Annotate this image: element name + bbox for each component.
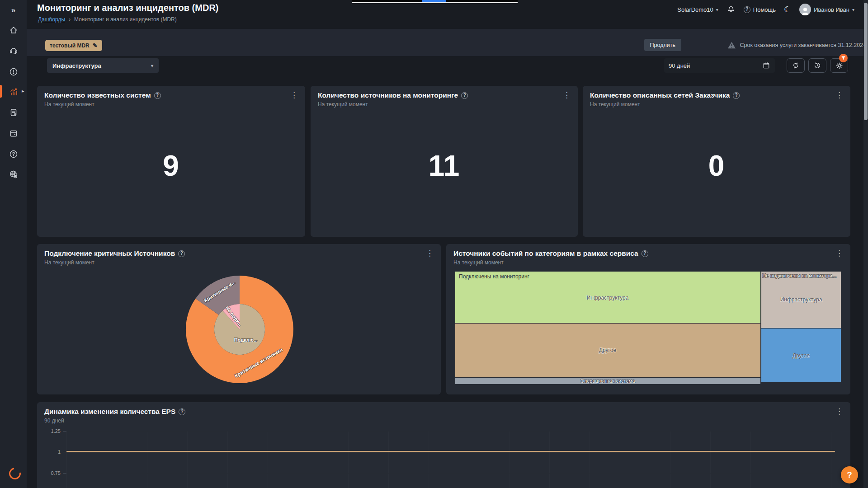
eps-gridline-075	[66, 473, 835, 474]
avatar	[799, 4, 811, 15]
eps-gridline-125	[66, 431, 835, 432]
treemap-label: Другое	[599, 347, 616, 353]
history-clock-icon	[813, 61, 821, 70]
org-switcher[interactable]: SolarDemo10 ▾	[677, 6, 718, 13]
card-title: Подключение критичных Источников	[44, 249, 175, 258]
gear-icon	[835, 61, 844, 70]
card-subtitle: На текущий момент	[453, 259, 504, 266]
sidebar: » ▸	[0, 0, 27, 488]
question-circle-icon[interactable]: ?	[179, 408, 185, 415]
card-title: Источники событий по категориям в рамках…	[453, 249, 638, 258]
infrastructure-select[interactable]: Инфраструктура ▾	[47, 58, 159, 73]
service-band: тестовый MDR ✎ Продлить Срок оказания ус…	[27, 29, 868, 56]
person-icon	[800, 6, 810, 15]
sidebar-item-services[interactable]	[0, 167, 27, 182]
card-title: Динамика изменения количества EPS	[44, 408, 175, 416]
sidebar-item-support[interactable]	[0, 43, 27, 58]
globe-gear-icon	[9, 169, 19, 179]
treemap-group-header-connected: Подключены на мониторинг	[459, 273, 530, 280]
treemap-label: Инфраструктура	[780, 296, 822, 303]
help-fab-button[interactable]: ?	[841, 466, 858, 483]
home-icon	[9, 25, 19, 35]
refresh-button[interactable]	[787, 58, 805, 73]
eps-dynamics-card: Динамика изменения количества EPS ? 90 д…	[37, 402, 850, 488]
alert-circle-icon	[9, 67, 19, 77]
double-chevron-icon: »	[11, 6, 15, 15]
refresh-icon	[792, 61, 800, 70]
page-scrollbar-track	[863, 0, 868, 488]
card-menu-button[interactable]: ⋮	[833, 248, 846, 259]
eps-series-line	[66, 451, 835, 452]
card-subtitle: На текущий момент	[44, 101, 94, 108]
help-menu[interactable]: ? Помощь	[744, 6, 776, 13]
stat-value: 11	[311, 149, 578, 183]
eps-tick-mark	[63, 473, 66, 474]
critical-sources-card: Подключение критичных Источников ? На те…	[37, 244, 441, 394]
renew-button[interactable]: Продлить	[644, 39, 681, 51]
question-circle-icon[interactable]: ?	[178, 250, 185, 257]
service-tag-label: тестовый MDR	[50, 42, 90, 49]
eps-tick-mark	[63, 431, 66, 432]
page-title: Мониторинг и анализ инцидентов (MDR)	[37, 3, 218, 13]
sidebar-item-reports[interactable]	[0, 105, 27, 120]
question-circle-icon	[9, 149, 19, 159]
card-menu-button[interactable]: ⋮	[560, 89, 573, 101]
treemap-label: Инфраструктура	[587, 295, 629, 301]
eps-y-label: 1	[43, 449, 61, 455]
treemap-label: Другое	[793, 352, 810, 359]
question-circle-icon[interactable]: ?	[642, 250, 648, 257]
headset-icon	[9, 46, 19, 56]
warning-triangle-icon	[727, 41, 736, 49]
question-circle-icon[interactable]: ?	[154, 92, 161, 99]
breadcrumb-link-dashboards[interactable]: Дашборды	[38, 16, 65, 23]
sidebar-item-calendar[interactable]	[0, 126, 27, 141]
treemap-group-header-notconnected: Не подключены на монитори...	[762, 273, 836, 278]
breadcrumb-separator: ›	[69, 16, 71, 23]
analytics-chart-icon	[9, 87, 19, 97]
breadcrumb-current: Мониторинг и анализ инцидентов (MDR)	[74, 16, 177, 23]
treemap-chart: Подключены на мониторинг Инфраструктура …	[455, 272, 841, 384]
event-sources-card: Источники событий по категориям в рамках…	[446, 244, 850, 394]
sidebar-item-incidents[interactable]	[0, 64, 27, 80]
chevron-down-icon: ▾	[852, 7, 854, 12]
theme-toggle[interactable]: ☾	[784, 5, 791, 14]
bell-icon	[726, 5, 736, 14]
expiry-warning-text: Срок оказания услуги заканчивается 31.12…	[740, 42, 866, 48]
filter-applied-badge	[839, 54, 848, 62]
question-circle-icon[interactable]: ?	[733, 92, 740, 99]
expiry-warning: Срок оказания услуги заканчивается 31.12…	[727, 39, 866, 51]
stat-card-customer-networks: Количество описанных сетей Заказчика ? Н…	[583, 86, 850, 237]
eps-y-label: 0.75	[43, 470, 61, 476]
card-subtitle: На текущий момент	[590, 101, 640, 108]
chevron-down-icon: ▾	[151, 63, 153, 68]
history-button[interactable]	[808, 58, 826, 73]
card-menu-button[interactable]: ⋮	[833, 406, 846, 417]
funnel-icon	[841, 56, 846, 61]
help-label: Помощь	[753, 6, 776, 13]
sidebar-item-help[interactable]	[0, 146, 27, 162]
strip-white-line	[352, 2, 518, 3]
stat-value: 9	[37, 149, 305, 183]
period-picker[interactable]: 90 дней	[664, 58, 775, 73]
question-circle-icon: ?	[744, 6, 750, 13]
card-menu-button[interactable]: ⋮	[833, 89, 846, 101]
eps-y-label: 1.25	[43, 428, 61, 434]
sidebar-collapse-button[interactable]: »	[0, 3, 27, 18]
card-menu-button[interactable]: ⋮	[288, 89, 301, 101]
service-tag-chip[interactable]: тестовый MDR ✎	[45, 40, 102, 51]
page-scrollbar-thumb[interactable]	[864, 3, 868, 120]
notifications-button[interactable]	[726, 5, 736, 14]
breadcrumb: Дашборды › Мониторинг и анализ инциденто…	[38, 16, 177, 23]
sidebar-flyout-arrow[interactable]: ▸	[22, 88, 24, 94]
moon-icon: ☾	[784, 5, 791, 14]
user-menu[interactable]: Иванов Иван ▾	[799, 4, 854, 15]
pencil-icon: ✎	[93, 42, 98, 49]
sidebar-item-home[interactable]	[0, 23, 27, 38]
eps-tick-mark	[63, 452, 66, 452]
card-title: Количество описанных сетей Заказчика	[590, 91, 730, 99]
header-actions: SolarDemo10 ▾ ? Помощь ☾ Иванов Иван ▾	[677, 3, 854, 16]
question-circle-icon[interactable]: ?	[461, 92, 468, 99]
treemap-label-strip: Операционная система	[580, 378, 635, 384]
card-menu-button[interactable]: ⋮	[423, 248, 436, 259]
stat-card-known-systems: Количество известных систем ? На текущий…	[37, 86, 305, 237]
